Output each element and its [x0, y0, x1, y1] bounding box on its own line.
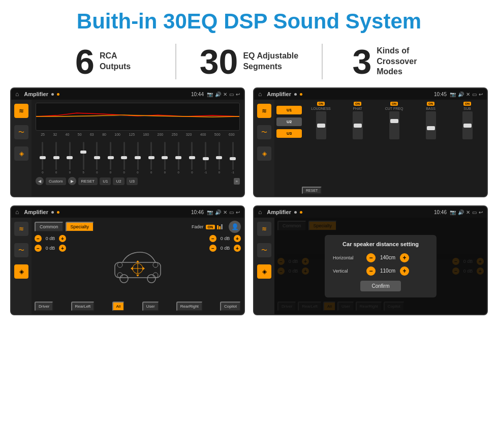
minus-3[interactable]: − [209, 235, 216, 242]
sidebar-eq-icon[interactable]: ≋ [14, 104, 28, 118]
sidebar-speaker-icon[interactable]: ◈ [14, 146, 28, 161]
horizontal-minus[interactable]: − [366, 253, 376, 262]
u3-button[interactable]: U3 [127, 177, 138, 185]
eq-track-15[interactable] [232, 142, 234, 170]
eq-track-11[interactable] [178, 142, 179, 170]
eq-track-1[interactable] [42, 142, 43, 170]
user-btn[interactable]: User [142, 302, 159, 311]
sidebar-wave-icon[interactable]: 〜 [14, 125, 28, 139]
rearleft-btn[interactable]: RearLeft [71, 302, 95, 311]
plus-3[interactable]: + [234, 235, 241, 242]
custom-button[interactable]: Custom [46, 177, 66, 185]
eq-col-7[interactable]: 0 [118, 142, 130, 174]
tab-common-3[interactable]: Common [35, 222, 64, 232]
back-icon-3[interactable]: ↩ [236, 210, 240, 215]
eq-col-8[interactable]: 0 [132, 142, 144, 174]
driver-btn[interactable]: Driver [35, 302, 53, 311]
eq-col-6[interactable]: 0 [105, 142, 117, 174]
plus-4[interactable]: + [234, 245, 241, 252]
sidebar-speaker-icon-4[interactable]: ◈ [257, 264, 271, 279]
sidebar-eq-icon-3[interactable]: ≋ [14, 222, 28, 236]
eq-col-3[interactable]: 0 [64, 142, 76, 174]
knob-phat[interactable] [353, 111, 363, 139]
minus-2[interactable]: − [35, 245, 42, 252]
handle-sub[interactable] [463, 124, 472, 128]
eq-col-12[interactable]: 0 [186, 142, 198, 174]
eq-track-13[interactable] [205, 142, 206, 170]
u2-button[interactable]: U2 [113, 177, 124, 185]
eq-track-8[interactable] [137, 142, 139, 170]
tab-specialty-3[interactable]: Specialty [66, 222, 95, 232]
handle-phat[interactable] [354, 124, 362, 128]
handle-bass[interactable] [427, 126, 435, 130]
eq-handle-12[interactable] [189, 156, 195, 159]
confirm-button[interactable]: Confirm [360, 281, 401, 291]
eq-handle-1[interactable] [40, 156, 46, 159]
reset-btn-2[interactable]: RESET [302, 187, 322, 194]
minus-1[interactable]: − [35, 235, 42, 242]
u1-preset[interactable]: U1 [276, 106, 302, 114]
play-button[interactable]: ▶ [68, 177, 76, 185]
reset-button[interactable]: RESET [78, 177, 98, 185]
sidebar-speaker-icon-3[interactable]: ◈ [14, 264, 28, 279]
sidebar-speaker-icon-2[interactable]: ◈ [257, 146, 271, 161]
knob-bass[interactable] [426, 111, 436, 139]
fader-on-badge[interactable]: ON [206, 225, 215, 229]
rearright-btn[interactable]: RearRight [176, 302, 203, 311]
handle-cutfreq[interactable] [390, 119, 398, 123]
home-icon-2[interactable]: ⌂ [258, 91, 262, 98]
eq-track-10[interactable] [164, 142, 166, 170]
eq-col-5[interactable]: 0 [91, 142, 103, 174]
sidebar-wave-icon-2[interactable]: 〜 [257, 125, 271, 139]
eq-track-12[interactable] [191, 142, 193, 170]
eq-col-15[interactable]: -1 [227, 142, 239, 174]
eq-handle-14[interactable] [216, 156, 222, 159]
copilot-btn[interactable]: Copilot [220, 302, 241, 311]
vertical-minus[interactable]: − [366, 266, 376, 276]
horizontal-plus[interactable]: + [400, 253, 409, 262]
eq-handle-8[interactable] [135, 156, 141, 159]
knob-sub[interactable] [462, 111, 473, 139]
back-icon-4[interactable]: ↩ [479, 210, 483, 215]
home-icon-1[interactable]: ⌂ [15, 91, 19, 98]
eq-handle-13[interactable] [203, 157, 209, 160]
sidebar-wave-icon-3[interactable]: 〜 [14, 243, 28, 257]
eq-col-11[interactable]: 0 [172, 142, 184, 174]
eq-col-1[interactable]: 0 [37, 142, 49, 174]
eq-track-6[interactable] [110, 142, 111, 170]
eq-col-9[interactable]: 0 [145, 142, 158, 174]
eq-col-10[interactable]: 0 [159, 142, 171, 174]
sidebar-eq-icon-2[interactable]: ≋ [257, 104, 271, 118]
eq-track-9[interactable] [150, 142, 152, 170]
eq-handle-7[interactable] [121, 156, 127, 159]
eq-col-4[interactable]: 5 [77, 142, 89, 174]
plus-2[interactable]: + [59, 245, 66, 252]
plus-1[interactable]: + [59, 235, 66, 242]
sidebar-wave-icon-4[interactable]: 〜 [257, 243, 271, 257]
u3-preset[interactable]: U3 [276, 129, 302, 138]
knob-loudness[interactable] [316, 111, 326, 139]
all-btn[interactable]: All [112, 302, 125, 311]
eq-track-4[interactable] [83, 142, 84, 170]
eq-handle-15[interactable] [230, 157, 236, 160]
eq-handle-11[interactable] [175, 156, 181, 159]
eq-track-14[interactable] [219, 142, 220, 170]
eq-handle-3[interactable] [67, 156, 73, 159]
eq-handle-9[interactable] [148, 156, 154, 159]
eq-track-2[interactable] [55, 142, 57, 170]
knob-cutfreq[interactable] [389, 111, 399, 139]
eq-track-3[interactable] [69, 142, 71, 170]
eq-handle-5[interactable] [94, 156, 100, 159]
u1-button[interactable]: U1 [100, 177, 111, 185]
eq-col-13[interactable]: -1 [200, 142, 212, 174]
user-profile-icon[interactable]: 👤 [229, 221, 241, 233]
eq-track-7[interactable] [123, 142, 125, 170]
vertical-plus[interactable]: + [400, 266, 409, 276]
back-icon-1[interactable]: ↩ [236, 92, 240, 97]
eq-track-5[interactable] [96, 142, 98, 170]
back-icon-2[interactable]: ↩ [479, 92, 483, 97]
handle-loudness[interactable] [317, 124, 325, 128]
minus-4[interactable]: − [209, 245, 216, 252]
home-icon-4[interactable]: ⌂ [258, 208, 262, 216]
more-icon[interactable]: » [234, 178, 240, 185]
